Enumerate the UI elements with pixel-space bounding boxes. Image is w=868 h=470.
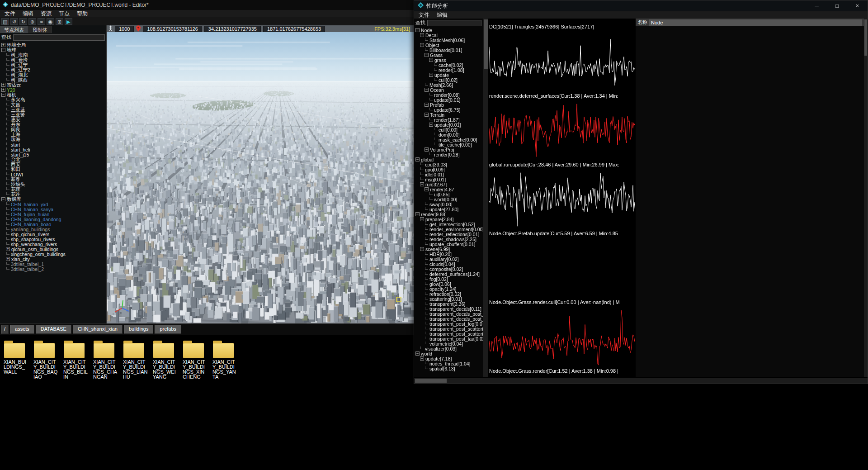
- profiler-tree-row[interactable]: transparent_post_taa[0.02: [414, 336, 483, 341]
- profiler-tree-row[interactable]: StaticMesh[0.06]: [414, 38, 483, 43]
- asset-path-tab[interactable]: CHN_shanxi_xian: [73, 325, 123, 334]
- play-icon[interactable]: ▶: [65, 18, 72, 25]
- profiler-tree-row[interactable]: transparent_post_fog[0.0: [414, 321, 483, 326]
- node-tree-row[interactable]: 珠海: [0, 137, 106, 142]
- profiler-tree-row[interactable]: transparent_decals[0.11]: [414, 306, 483, 311]
- folder-item[interactable]: XIAN_CITY_BUILDINGS_CHANGAN: [93, 343, 118, 380]
- menu-item-edit[interactable]: 编辑: [19, 10, 37, 18]
- profiler-tree-row[interactable]: render[0.28]: [414, 152, 483, 157]
- node-tree-row[interactable]: xingcheng_osm_buildings: [0, 252, 106, 256]
- minimize-button[interactable]: ─: [807, 0, 827, 11]
- node-tree-row[interactable]: −数据库: [0, 197, 106, 202]
- profiler-tree-row[interactable]: −update[7.18]: [414, 356, 483, 361]
- profiler-tree-row[interactable]: update_cbuffers[0.01]: [414, 242, 483, 247]
- undo-icon[interactable]: ↺: [10, 18, 18, 25]
- grid-icon[interactable]: ⊞: [56, 18, 63, 25]
- profiler-tree-row[interactable]: −update[0.01]: [414, 122, 483, 127]
- perf-menu-item-file[interactable]: 文件: [415, 11, 433, 19]
- collapse-icon[interactable]: −: [420, 247, 424, 251]
- node-tree-row[interactable]: CHN_fujian_huian: [0, 212, 106, 217]
- profiler-tree-row[interactable]: nodes_thread[1.04]: [414, 361, 483, 366]
- profiler-tree-row[interactable]: dom[0.00]: [414, 132, 483, 137]
- collapse-icon[interactable]: −: [415, 28, 420, 32]
- folder-item[interactable]: XIAN_CITY_BUILDINGS_BEILIN: [63, 343, 88, 380]
- node-search-input[interactable]: [13, 34, 105, 41]
- close-button[interactable]: ×: [847, 0, 868, 11]
- counter-name-field[interactable]: Node: [649, 19, 862, 26]
- node-tree-row[interactable]: 3dtiles_taibei_1: [0, 261, 106, 266]
- asset-path-tab[interactable]: buildings: [124, 325, 153, 334]
- curve-editor-icon[interactable]: ≈: [38, 18, 45, 25]
- menu-item-resources[interactable]: 资源: [37, 10, 55, 18]
- collapse-icon[interactable]: −: [420, 356, 424, 361]
- profiler-tree-row[interactable]: mask_cache[0.00]: [414, 137, 483, 142]
- profiler-tree-row[interactable]: world[0.00]: [414, 197, 483, 202]
- profiler-tree-row[interactable]: render_environment[0.00]: [414, 227, 483, 232]
- scene-canvas[interactable]: [107, 32, 414, 323]
- collapse-icon[interactable]: −: [420, 182, 424, 186]
- collapse-icon[interactable]: −: [415, 212, 420, 216]
- node-tree-row[interactable]: CHN_liaoning_dandong: [0, 217, 106, 222]
- expand-icon[interactable]: +: [6, 247, 10, 251]
- profiler-tree-row[interactable]: transparent[3.36]: [414, 301, 483, 306]
- profiler-tree-row[interactable]: transparent_decals_post_: [414, 311, 483, 316]
- profiler-tree-row[interactable]: −update: [414, 72, 483, 77]
- expand-icon[interactable]: +: [6, 257, 10, 261]
- scrollbar-thumb[interactable]: [484, 19, 488, 69]
- folder-item[interactable]: XIAN_BUILDINGS_WALL: [4, 343, 28, 375]
- node-tree-row[interactable]: CHN_hainan_boao: [0, 222, 106, 227]
- menu-item-node[interactable]: 节点: [55, 10, 73, 18]
- profiler-tree-row[interactable]: update[0.01]: [414, 97, 483, 102]
- profiler-tree-row[interactable]: gpu[0.09]: [414, 167, 483, 172]
- collapse-icon[interactable]: −: [429, 73, 433, 77]
- profiler-tree-scrollbar[interactable]: [483, 19, 488, 377]
- counter-list-scrollbar[interactable]: [864, 19, 868, 377]
- collapse-icon[interactable]: −: [425, 187, 429, 191]
- collapse-icon[interactable]: −: [420, 43, 424, 47]
- collapse-icon[interactable]: −: [420, 217, 424, 221]
- profiler-tree-row[interactable]: render_reflections[0.01]: [414, 232, 483, 237]
- redo-icon[interactable]: ↻: [19, 18, 27, 25]
- node-tree-row[interactable]: +雷达云: [0, 82, 106, 87]
- profiler-tree-row[interactable]: −world: [414, 351, 483, 356]
- profiler-tree-row[interactable]: −Terrain: [414, 112, 483, 117]
- profiler-tree-row[interactable]: Mesh[2.66]: [414, 82, 483, 87]
- node-tree-row[interactable]: +xian_city: [0, 256, 106, 261]
- profiler-tree-row[interactable]: spatial[6.13]: [414, 366, 483, 371]
- save-icon[interactable]: ▤: [1, 18, 9, 25]
- profiler-tree-row[interactable]: update[6.75]: [414, 107, 483, 112]
- node-tree-row[interactable]: 3dtiles_taibei_2: [0, 266, 106, 271]
- profiler-tree-row[interactable]: −Ocean: [414, 87, 483, 92]
- profiler-tree-row[interactable]: opacity[1.24]: [414, 286, 483, 291]
- profiler-tree-row[interactable]: cull[0.02]: [414, 77, 483, 82]
- folder-item[interactable]: XIAN_CITY_BUILDINGS_WEIYANG: [153, 343, 178, 380]
- viewport[interactable]: 1000 108.912730153781126 34.213231017727…: [107, 25, 414, 323]
- collapse-icon[interactable]: −: [429, 58, 433, 62]
- globe-icon[interactable]: ◉: [47, 18, 54, 25]
- left-panel-tab[interactable]: 节点列表: [0, 26, 28, 33]
- folder-item[interactable]: XIAN_CITY_BUILDINGS_LIANHU: [123, 343, 148, 380]
- profiler-tree-row[interactable]: refraction[0.02]: [414, 291, 483, 296]
- collapse-icon[interactable]: −: [429, 123, 433, 127]
- profiler-tree-row[interactable]: −run[32.67]: [414, 182, 483, 187]
- profiler-tree-row[interactable]: swap[0.00]: [414, 202, 483, 207]
- profiler-tree-row[interactable]: render[0.08]: [414, 92, 483, 97]
- profiler-tree-row[interactable]: ui[0.85]: [414, 192, 483, 197]
- profiler-tree-row[interactable]: −global: [414, 157, 483, 162]
- maximize-button[interactable]: □: [827, 0, 847, 11]
- profiler-tree-row[interactable]: −Node: [414, 28, 483, 33]
- node-tree-row[interactable]: shp_wenchang_rivers: [0, 242, 106, 247]
- node-tree-row[interactable]: start_heli: [0, 147, 106, 152]
- node-tree-row[interactable]: yanliang_buildings: [0, 227, 106, 232]
- scrollbar-thumb[interactable]: [864, 19, 867, 56]
- profiler-tree-row[interactable]: render_shadows[2.25]: [414, 237, 483, 242]
- collapse-icon[interactable]: −: [425, 103, 429, 107]
- profiler-tree-row[interactable]: transparent_decals_post_: [414, 316, 483, 321]
- scrollbar-thumb[interactable]: [415, 379, 447, 383]
- node-tree-row[interactable]: CHN_hainan_yxd: [0, 202, 106, 207]
- profiler-tree-row[interactable]: tile_cache[0.00]: [414, 142, 483, 147]
- asset-path-tab[interactable]: DATABASE: [36, 325, 71, 334]
- profiler-tree-row[interactable]: idle[0.01]: [414, 172, 483, 177]
- node-tree-row[interactable]: +qichun_osm_buildings: [0, 247, 106, 252]
- profiler-tree-row[interactable]: −Prefab: [414, 102, 483, 107]
